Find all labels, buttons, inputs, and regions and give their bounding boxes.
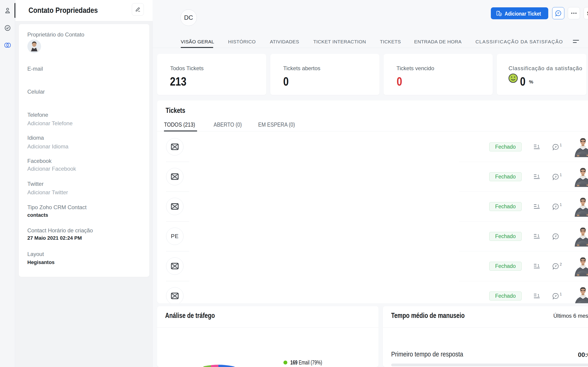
svg-text:1: 1 [537, 264, 540, 268]
svg-text:1: 1 [537, 144, 540, 149]
svg-text:1: 1 [537, 204, 540, 208]
svg-text:1: 1 [537, 174, 540, 178]
svg-text:1: 1 [537, 234, 540, 238]
svg-text:1: 1 [537, 293, 540, 298]
